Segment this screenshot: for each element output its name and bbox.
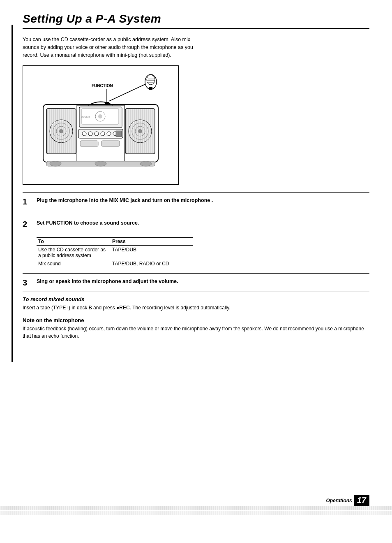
title-underline: [23, 28, 369, 29]
diagram-box: FUNCTION: [23, 65, 179, 185]
step2-text: Set FUNCTION to choose a sound source.: [37, 219, 139, 227]
sub-title-note: Note on the microphone: [23, 317, 369, 323]
svg-point-49: [50, 161, 61, 166]
step3-row: 3 Sing or speak into the microphone and …: [23, 278, 369, 288]
intro-text: You can use the CD cassette-corder as a …: [23, 36, 195, 59]
footer-area: Operations 17: [326, 495, 369, 506]
noise-line-1: [0, 506, 392, 510]
svg-point-43: [88, 132, 92, 136]
step2-row: 2 Set FUNCTION to choose a sound source.: [23, 219, 369, 233]
table-cell-mix-sound: Mix sound: [37, 260, 111, 268]
step1-row: 1 Plug the microphone into the MIX MIC j…: [23, 197, 369, 211]
step3-number: 3: [23, 278, 33, 288]
sub-text-note: If acoustic feedback (howling) occurs, t…: [23, 325, 369, 340]
svg-text:DECK B: DECK B: [81, 116, 90, 118]
bottom-btn-left: [80, 141, 98, 146]
table-cell-tape-radio-cd: TAPE/DUB, RADIO or CD: [111, 260, 193, 268]
step3-text: Sing or speak into the microphone and ad…: [37, 278, 178, 285]
bottom-btn-right: [101, 141, 120, 146]
function-table: To Press Use the CD cassette-corder as a…: [37, 237, 193, 268]
svg-point-42: [82, 132, 86, 136]
subsection-divider: [23, 292, 369, 292]
table-header-to: To: [37, 238, 111, 246]
table-cell-tape-dub: TAPE/DUB: [111, 246, 193, 260]
step2-number: 2: [23, 219, 33, 229]
function-label: FUNCTION: [92, 84, 113, 88]
svg-point-45: [101, 132, 105, 136]
svg-rect-48: [116, 131, 122, 137]
footer-label: Operations: [326, 498, 352, 504]
footer-number: 17: [354, 495, 369, 506]
sub-section-note: Note on the microphone If acoustic feedb…: [23, 317, 369, 340]
sub-title-record: To record mixed sounds: [23, 296, 369, 302]
sub-section-record: To record mixed sounds Insert a tape (TY…: [23, 296, 369, 311]
table-row: Mix sound TAPE/DUB, RADIO or CD: [37, 260, 193, 268]
step1-text: Plug the microphone into the MIX MIC jac…: [37, 197, 213, 204]
step3-divider: [23, 273, 369, 274]
table-header-press: Press: [111, 238, 193, 246]
step1-number: 1: [23, 197, 33, 207]
svg-point-41: [98, 114, 102, 118]
mic-body: [145, 74, 157, 89]
step2-divider: [23, 215, 369, 215]
page-title: Setting Up a P-A System: [23, 12, 369, 26]
table-cell-use-cd: Use the CD cassette-corder as a public a…: [37, 246, 111, 260]
svg-point-50: [95, 161, 106, 166]
mic-handle: [149, 87, 152, 90]
svg-point-6: [59, 129, 63, 133]
svg-point-46: [107, 132, 111, 136]
left-bar: [12, 25, 13, 362]
step1-divider: [23, 192, 369, 193]
svg-point-51: [140, 161, 152, 166]
sub-text-record: Insert a tape (TYPE I) in deck B and pre…: [23, 304, 369, 311]
bottom-noise: [0, 506, 392, 518]
table-row: Use the CD cassette-corder as a public a…: [37, 246, 193, 260]
content-area: Setting Up a P-A System You can use the …: [23, 0, 369, 340]
diagram-inner: FUNCTION: [23, 66, 178, 184]
boombox-diagram: FUNCTION: [31, 72, 171, 179]
noise-line-2: [0, 511, 392, 515]
svg-point-44: [95, 132, 99, 136]
svg-point-24: [138, 129, 142, 133]
page-container: Setting Up a P-A System You can use the …: [0, 0, 392, 543]
mic-cable: [109, 84, 146, 101]
